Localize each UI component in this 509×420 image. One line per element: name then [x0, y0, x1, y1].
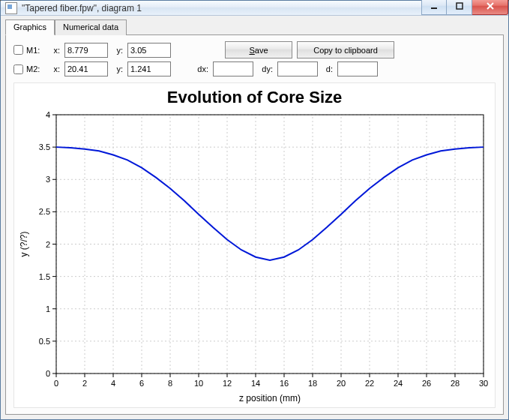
- svg-text:3.5: 3.5: [38, 142, 49, 152]
- dx-input[interactable]: [213, 62, 253, 76]
- maximize-button[interactable]: [447, 0, 472, 15]
- svg-text:4: 4: [45, 110, 49, 119]
- svg-text:0: 0: [45, 369, 49, 378]
- svg-text:3: 3: [45, 175, 49, 184]
- close-button[interactable]: [472, 0, 508, 15]
- m2-y-label: y:: [112, 64, 123, 74]
- d-label: d:: [322, 64, 333, 74]
- svg-text:30: 30: [478, 379, 487, 388]
- minimize-icon: [430, 2, 439, 10]
- copy-to-clipboard-button[interactable]: Copy to clipboard: [297, 41, 394, 58]
- svg-text:18: 18: [307, 379, 316, 388]
- dx-label: dx:: [193, 64, 208, 74]
- svg-text:1: 1: [45, 304, 49, 314]
- svg-text:2.5: 2.5: [38, 207, 49, 216]
- svg-text:8: 8: [167, 379, 172, 388]
- svg-text:y (?/?): y (?/?): [19, 231, 29, 256]
- chart-plot[interactable]: 02468101214161820222426283000.511.522.53…: [15, 107, 495, 407]
- tab-graphics[interactable]: Graphics: [5, 20, 55, 35]
- m2-label: M2:: [26, 64, 40, 74]
- svg-text:14: 14: [250, 379, 259, 388]
- titlebar[interactable]: "Tapered fiber.fpw", diagram 1: [1, 1, 508, 16]
- svg-text:26: 26: [421, 379, 430, 388]
- dy-label: dy:: [258, 64, 273, 74]
- svg-text:2: 2: [45, 240, 49, 249]
- app-window: "Tapered fiber.fpw", diagram 1 Graphics …: [0, 0, 509, 420]
- graphics-panel: M1: x: y: SSaveave Copy to clipboard M2:: [5, 34, 504, 415]
- m1-y-input[interactable]: [127, 43, 171, 58]
- m1-checkbox[interactable]: [13, 45, 23, 55]
- marker-row-1: M1: x: y: SSaveave Copy to clipboard: [13, 41, 496, 58]
- m1-checkbox-label[interactable]: M1:: [13, 45, 45, 55]
- marker-controls: M1: x: y: SSaveave Copy to clipboard M2:: [13, 41, 496, 76]
- svg-text:28: 28: [450, 379, 459, 388]
- minimize-button[interactable]: [421, 0, 447, 15]
- svg-text:2: 2: [82, 379, 86, 388]
- tab-strip: Graphics Numerical data: [5, 19, 504, 34]
- svg-text:6: 6: [139, 379, 143, 388]
- svg-text:1.5: 1.5: [38, 272, 49, 281]
- client-area: Graphics Numerical data M1: x: y: SSavea…: [1, 16, 508, 419]
- svg-text:4: 4: [110, 379, 115, 388]
- svg-text:z position (mm): z position (mm): [238, 393, 300, 404]
- save-button[interactable]: SSaveave: [225, 41, 292, 58]
- chart-area: Evolution of Core Size 02468101214161820…: [13, 82, 496, 408]
- m1-label: M1:: [26, 46, 40, 55]
- svg-rect-1: [457, 3, 463, 9]
- window-title: "Tapered fiber.fpw", diagram 1: [22, 3, 421, 14]
- svg-text:10: 10: [193, 379, 202, 388]
- d-input[interactable]: [337, 62, 378, 76]
- m2-y-input[interactable]: [127, 62, 171, 76]
- svg-text:22: 22: [364, 379, 373, 388]
- window-buttons: [421, 0, 508, 15]
- chart-title: Evolution of Core Size: [14, 88, 495, 107]
- dy-input[interactable]: [277, 62, 318, 76]
- m2-checkbox-label[interactable]: M2:: [13, 64, 45, 74]
- close-icon: [486, 2, 495, 10]
- m1-x-input[interactable]: [64, 43, 108, 58]
- app-icon: [5, 2, 17, 14]
- m1-y-label: y:: [112, 46, 123, 55]
- tab-numerical-data[interactable]: Numerical data: [55, 20, 127, 35]
- marker-row-2: M2: x: y: dx: dy: d:: [13, 62, 496, 76]
- svg-text:16: 16: [279, 379, 288, 388]
- m2-checkbox[interactable]: [13, 64, 23, 74]
- svg-text:0: 0: [53, 379, 58, 388]
- svg-text:20: 20: [336, 379, 345, 388]
- m2-x-label: x:: [49, 64, 60, 74]
- m2-x-input[interactable]: [64, 62, 108, 76]
- maximize-icon: [455, 2, 464, 10]
- svg-text:0.5: 0.5: [38, 337, 49, 346]
- svg-text:24: 24: [393, 379, 402, 388]
- m1-x-label: x:: [49, 46, 60, 55]
- svg-text:12: 12: [222, 379, 231, 388]
